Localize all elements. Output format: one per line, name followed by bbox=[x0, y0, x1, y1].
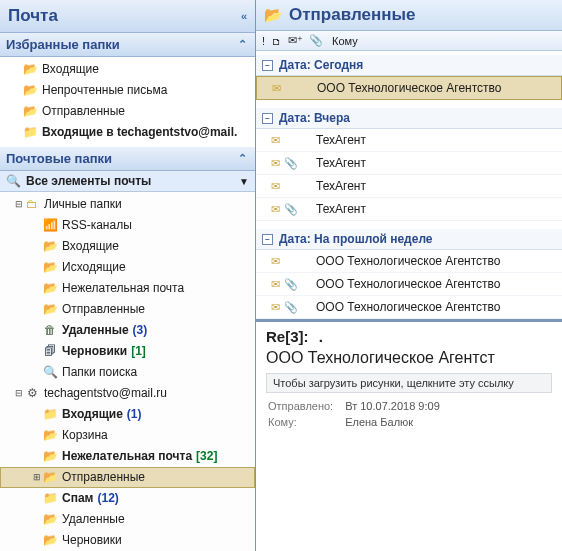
favorite-item[interactable]: 📂 Непрочтенные письма bbox=[0, 80, 255, 101]
tree-label: Нежелательная почта bbox=[62, 448, 192, 465]
to-value: Елена Балюк bbox=[345, 415, 450, 429]
folder-icon: 📁 bbox=[42, 490, 58, 507]
message-meta: Отправлено: Вт 10.07.2018 9:09 Кому: Еле… bbox=[266, 397, 452, 431]
tree-item[interactable]: ⊟ 🗀 Личные папки bbox=[0, 194, 255, 215]
tree-label: Корзина bbox=[62, 427, 108, 444]
message-to: ООО Технологическое Агентство bbox=[299, 79, 502, 97]
tree-label: Удаленные bbox=[62, 322, 129, 339]
favorite-item[interactable]: 📂 Отправленные bbox=[0, 101, 255, 122]
tree-item[interactable]: 📂 Удаленные bbox=[0, 509, 255, 530]
tree-item[interactable]: 📂 Входящие bbox=[0, 236, 255, 257]
tree-label: Нежелательная почта bbox=[62, 280, 184, 297]
tree-item[interactable]: 📂 Исходящие bbox=[0, 257, 255, 278]
tree-item[interactable]: 📂 Черновики bbox=[0, 530, 255, 551]
tree-item[interactable]: 📂 Нежелательная почта [32] bbox=[0, 446, 255, 467]
group-header[interactable]: − Дата: На прошлой неделе bbox=[256, 229, 562, 250]
message-row[interactable]: ✉ ТехАгент bbox=[256, 129, 562, 152]
folder-icon: ⚙ bbox=[24, 385, 40, 402]
nav-pane: Почта « Избранные папки ⌃ 📂 Входящие 📂 Н… bbox=[0, 0, 256, 551]
tree-item[interactable]: 📂 Нежелательная почта bbox=[0, 278, 255, 299]
col-attachment[interactable]: 📎 bbox=[309, 34, 323, 47]
tree-item[interactable]: 📶 RSS-каналы bbox=[0, 215, 255, 236]
group-header[interactable]: − Дата: Сегодня bbox=[256, 55, 562, 76]
favorite-item[interactable]: 📂 Входящие bbox=[0, 59, 255, 80]
tree-label: RSS-каналы bbox=[62, 217, 132, 234]
collapse-nav-icon[interactable]: « bbox=[241, 10, 247, 22]
group-header[interactable]: − Дата: Вчера bbox=[256, 108, 562, 129]
message-row[interactable]: ✉ ООО Технологическое Агентство bbox=[256, 76, 562, 100]
envelope-icon: ✉ bbox=[266, 252, 284, 270]
col-to[interactable]: Кому bbox=[332, 35, 358, 47]
tree-label: Спам bbox=[62, 490, 93, 507]
expand-icon[interactable]: ⊞ bbox=[32, 469, 42, 486]
favorite-label: Входящие в techagentstvo@mail. bbox=[42, 124, 237, 141]
tree-item[interactable]: 📂 Отправленные bbox=[0, 299, 255, 320]
collapse-group-icon[interactable]: − bbox=[262, 113, 273, 124]
message-to: ТехАгент bbox=[298, 131, 366, 149]
message-row[interactable]: ✉ ТехАгент bbox=[256, 175, 562, 198]
chevron-up-icon: ⌃ bbox=[238, 152, 247, 165]
expand-icon[interactable]: ⊟ bbox=[14, 385, 24, 402]
tree-item[interactable]: 🔍 Папки поиска bbox=[0, 362, 255, 383]
all-mail-items-label: Все элементы почты bbox=[26, 174, 151, 188]
folder-icon: 📂 bbox=[42, 427, 58, 444]
folder-tree: ⊟ 🗀 Личные папки 📶 RSS-каналы 📂 Входящие… bbox=[0, 192, 255, 551]
col-icon[interactable]: 🗅 bbox=[271, 35, 282, 47]
folder-icon: 📂 bbox=[264, 6, 283, 24]
tree-label: techagentstvo@mail.ru bbox=[44, 385, 167, 402]
group-label: Дата: Вчера bbox=[279, 111, 350, 125]
group-label: Дата: Сегодня bbox=[279, 58, 363, 72]
tree-label: Удаленные bbox=[62, 511, 125, 528]
message-row[interactable]: ✉ 📎 ТехАгент bbox=[256, 152, 562, 175]
tree-item[interactable]: 🗐 Черновики [1] bbox=[0, 341, 255, 362]
chevron-up-icon: ⌃ bbox=[238, 38, 247, 51]
nav-title-bar[interactable]: Почта « bbox=[0, 0, 255, 33]
message-row[interactable]: ✉ 📎 ООО Технологическое Агентство bbox=[256, 296, 562, 319]
message-list-title: Отправленные bbox=[289, 5, 415, 25]
col-reply[interactable]: ✉⁺ bbox=[288, 34, 303, 47]
collapse-group-icon[interactable]: − bbox=[262, 234, 273, 245]
message-to: ТехАгент bbox=[298, 177, 366, 195]
tree-item[interactable]: 📂 Корзина bbox=[0, 425, 255, 446]
col-importance[interactable]: ! bbox=[262, 35, 265, 47]
mailfolders-header[interactable]: Почтовые папки ⌃ bbox=[0, 147, 255, 171]
folder-icon: 📂 bbox=[22, 82, 38, 99]
envelope-icon: ✉ bbox=[266, 154, 284, 172]
collapse-group-icon[interactable]: − bbox=[262, 60, 273, 71]
message-row[interactable]: ✉ 📎 ТехАгент bbox=[256, 198, 562, 221]
envelope-icon: ✉ bbox=[266, 131, 284, 149]
tree-label: Черновики bbox=[62, 532, 122, 549]
envelope-icon: ✉ bbox=[266, 298, 284, 316]
folder-icon: 📂 bbox=[42, 469, 58, 486]
favorites-header-label: Избранные папки bbox=[6, 37, 120, 52]
download-images-bar[interactable]: Чтобы загрузить рисунки, щелкните эту сс… bbox=[266, 373, 552, 393]
favorite-label: Отправленные bbox=[42, 103, 125, 120]
favorites-header[interactable]: Избранные папки ⌃ bbox=[0, 33, 255, 57]
to-label: Кому: bbox=[268, 415, 343, 429]
column-header-row[interactable]: ! 🗅 ✉⁺ 📎 Кому bbox=[256, 31, 562, 51]
folder-icon: 📂 bbox=[42, 238, 58, 255]
tree-label: Входящие bbox=[62, 406, 123, 423]
folder-icon: 📁 bbox=[42, 406, 58, 423]
tree-item[interactable]: 📁 Входящие (1) bbox=[0, 404, 255, 425]
tree-item[interactable]: 📁 Спам (12) bbox=[0, 488, 255, 509]
message-row[interactable]: ✉ ООО Технологическое Агентство bbox=[256, 250, 562, 273]
folder-icon: 📂 bbox=[42, 511, 58, 528]
tree-label: Входящие bbox=[62, 238, 119, 255]
folder-icon: 🔍 bbox=[42, 364, 58, 381]
tree-item[interactable]: ⊟ ⚙ techagentstvo@mail.ru bbox=[0, 383, 255, 404]
expand-icon[interactable]: ⊟ bbox=[14, 196, 24, 213]
all-mail-items-dropdown[interactable]: 🔍 Все элементы почты ▼ bbox=[0, 171, 255, 192]
favorites-list: 📂 Входящие 📂 Непрочтенные письма 📂 Отпра… bbox=[0, 57, 255, 147]
favorite-item[interactable]: 📁 Входящие в techagentstvo@mail. bbox=[0, 122, 255, 143]
search-icon: 🔍 bbox=[6, 174, 21, 188]
tree-item[interactable]: ⊞ 📂 Отправленные bbox=[0, 467, 255, 488]
tree-item[interactable]: 🗑 Удаленные (3) bbox=[0, 320, 255, 341]
envelope-icon: ✉ bbox=[266, 200, 284, 218]
message-row[interactable]: ✉ 📎 ООО Технологическое Агентство bbox=[256, 273, 562, 296]
item-count: [1] bbox=[131, 343, 146, 360]
nav-title: Почта bbox=[8, 6, 58, 26]
folder-icon: 🗀 bbox=[24, 196, 40, 213]
message-to: ТехАгент bbox=[298, 154, 366, 172]
envelope-icon: ✉ bbox=[266, 275, 284, 293]
